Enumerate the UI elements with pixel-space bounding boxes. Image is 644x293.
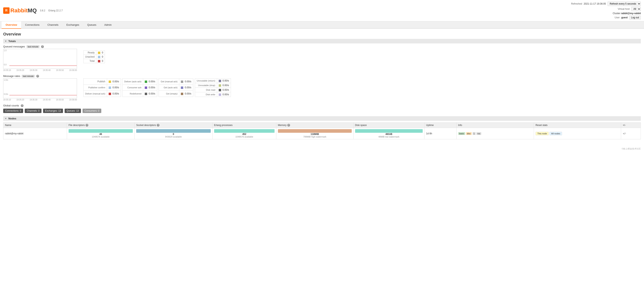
user-area: User guest Log out (615, 16, 641, 20)
get-auto-rate: 0.00/s (185, 86, 192, 89)
logout-button[interactable]: Log out (629, 16, 641, 20)
nav-item-queues[interactable]: Queues (83, 21, 100, 29)
get-manual-color-box (181, 80, 183, 83)
consumers-badge[interactable]: Consumers: 0 (82, 109, 102, 113)
rates-x-0: 19:35:10 (3, 99, 11, 101)
footer-text: ©标上橙金技术社区 (622, 148, 641, 150)
rate-disk-read-label: Disk read (195, 88, 217, 92)
th-memory-label: Memory (278, 124, 286, 126)
nodes-triangle-icon: ▼ (5, 118, 7, 120)
global-counts-help-icon[interactable]: ? (21, 104, 24, 107)
rate-consumer-ack-label: Consumer ack (122, 84, 143, 91)
cluster-area: Cluster rabbit@my-rabbit (613, 12, 641, 15)
stat-total-label: Total (84, 59, 96, 63)
rate-publish-value: 0.00/s (107, 78, 121, 85)
user-name: guest (621, 16, 628, 19)
rate-disk-write-row: Disk write 0.00/s (195, 92, 231, 97)
file-descriptors-help-icon[interactable]: ? (86, 124, 88, 126)
nodes-table-head: Name File descriptors ? Socket descripto… (4, 122, 641, 128)
unroutable-return-color-box (219, 80, 221, 82)
rate-unroutable-return-label: Unroutable (return) (195, 78, 217, 83)
refresh-select[interactable]: Refresh every 5 seconds (608, 2, 641, 6)
message-rates-help-icon[interactable]: ? (36, 75, 39, 78)
rates-x-3: 19:35:40 (43, 99, 51, 101)
rate-publisher-confirm-row: Publisher confirm 0.00/s (84, 84, 121, 91)
th-socket-descriptors-label: Socket descriptors (136, 124, 156, 126)
version-info: 3.8.2 Erlang 22.2.7 (40, 9, 62, 12)
header: R RabbitMQ 3.8.2 Erlang 22.2.7 Refreshed… (0, 0, 644, 21)
publisher-confirm-color-box (109, 86, 111, 89)
disk-space-value: 46GiB (355, 133, 423, 136)
rate-unroutable-drop-row: Unroutable (drop) 0.00/s (195, 83, 231, 88)
all-nodes-button[interactable]: All nodes (550, 132, 562, 135)
rate-publisher-confirm-value: 0.00/s (107, 84, 121, 91)
this-node-button[interactable]: This node (536, 132, 549, 135)
file-descriptors-value: 46 (68, 133, 133, 136)
connections-badge[interactable]: Connections: 0 (3, 109, 23, 113)
disk-space-bar (355, 129, 423, 133)
erlang-processes-cell: 452 1048576 available (212, 128, 276, 139)
refreshed-label: Refreshed (571, 2, 582, 5)
memory-watermark: 799MiB high watermark (278, 136, 352, 138)
nav-item-admin[interactable]: Admin (100, 21, 116, 29)
memory-help-icon[interactable]: ? (287, 124, 290, 126)
disk-space-watermark: 48MiB low watermark (355, 136, 423, 138)
unacked-color-box (98, 56, 100, 58)
global-counts-label: Global counts (3, 104, 19, 107)
message-rates-badge[interactable]: last minute (22, 75, 35, 78)
rates-x-2: 19:35:30 (30, 99, 37, 101)
logo-text: RabbitMQ (10, 7, 37, 14)
memory-bar (278, 129, 352, 133)
exchanges-badge[interactable]: Exchanges: 13 (43, 109, 63, 113)
queued-messages-badge[interactable]: last minute (26, 45, 40, 48)
vhost-label: Virtual host (618, 8, 630, 10)
queued-messages-label: Queued messages (3, 45, 25, 48)
rate-redelivered-row: Redelivered 0.00/s (122, 91, 157, 97)
cluster-label: Cluster (613, 12, 620, 15)
deliver-auto-color-box (145, 80, 147, 83)
message-rates-title-row: Message rates last minute ? (3, 74, 641, 78)
stat-total-row: Total 0 (84, 59, 105, 63)
publish-color-box (109, 80, 111, 83)
channels-badge[interactable]: Channels: 0 (25, 109, 42, 113)
info-tag-basic: basic (458, 132, 465, 135)
queued-x-5: 19:36:00 (69, 69, 77, 71)
main-nav: Overview Connections Channels Exchanges … (0, 21, 644, 29)
nav-item-exchanges[interactable]: Exchanges (62, 21, 83, 29)
nodes-section-header[interactable]: ▼ Nodes (3, 116, 641, 121)
queued-messages-chart-container: 1.0 0.0 19:35:10 19:35:20 19:35:30 19:35… (3, 49, 77, 71)
vhost-select[interactable]: All (631, 7, 641, 11)
disk-read-color-box (219, 89, 221, 91)
queued-messages-stats: Ready 0 Unacked 0 (83, 50, 105, 63)
socket-descriptors-bar (136, 129, 210, 133)
cluster-name: rabbit@my-rabbit (621, 12, 641, 15)
rates-chart-y-bottom: 0.0/s (4, 93, 8, 95)
queued-messages-title-row: Queued messages last minute ? (3, 45, 641, 48)
global-counts-badges: Connections: 0 Channels: 0 Exchanges: 13… (3, 109, 641, 113)
nodes-section: ▼ Nodes Name File descriptors ? (3, 116, 641, 139)
nav-item-channels[interactable]: Channels (44, 21, 62, 29)
nav-item-overview[interactable]: Overview (2, 21, 21, 29)
rate-get-auto-label: Get (auto ack) (159, 84, 179, 91)
logo-area: R RabbitMQ 3.8.2 Erlang 22.2.7 (3, 7, 62, 14)
queued-messages-help-icon[interactable]: ? (41, 45, 44, 48)
nodes-header-row: Name File descriptors ? Socket descripto… (4, 122, 641, 128)
get-manual-rate: 0.00/s (185, 80, 192, 83)
uptime-cell: 1d 8h (424, 128, 456, 139)
totals-section-header[interactable]: ▼ Totals (3, 39, 641, 44)
plus-minus-toggle[interactable]: +/- (623, 132, 626, 135)
th-socket-descriptors: Socket descriptors ? (134, 122, 212, 128)
rates-col4: Unroutable (return) 0.00/s Unroutable (d… (195, 78, 231, 97)
nav-item-connections[interactable]: Connections (21, 21, 44, 29)
stat-ready-label: Ready (84, 51, 96, 55)
footer: ©标上橙金技术社区 (0, 146, 644, 152)
queues-badge[interactable]: Queues: 13 (64, 109, 81, 113)
message-rates-area: Message rates last minute ? 1.0/s 0.0/s … (3, 74, 641, 101)
nodes-title: Nodes (8, 117, 16, 120)
node-row: rabbit@my-rabbit 46 1048576 available 0 … (4, 128, 641, 139)
info-tag-disc: disc (466, 132, 472, 135)
rate-deliver-auto-row: Deliver (auto ack) 0.00/s (122, 78, 157, 85)
socket-descriptors-help-icon[interactable]: ? (157, 124, 160, 126)
rate-unroutable-drop-label: Unroutable (drop) (195, 83, 217, 88)
rates-x-1: 19:35:20 (16, 99, 24, 101)
